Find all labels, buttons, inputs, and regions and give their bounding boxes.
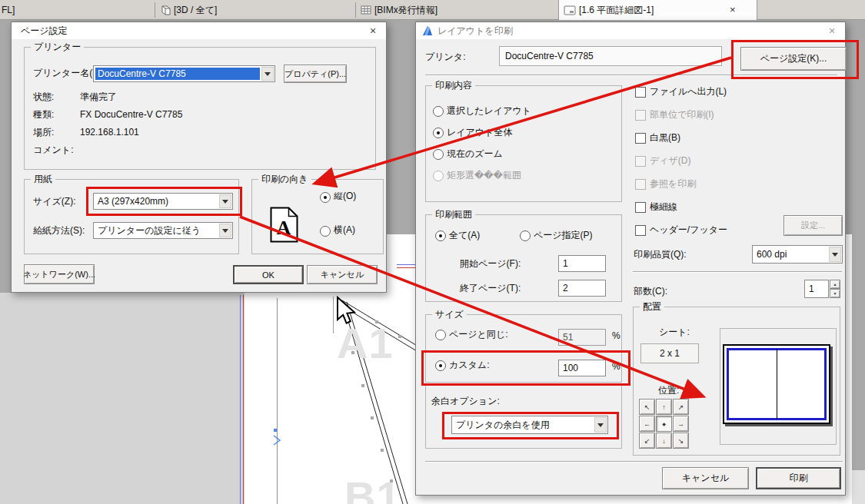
chevron-down-icon[interactable] <box>219 224 231 237</box>
copies-label: 部数(C): <box>634 286 667 297</box>
type-label: 種類: <box>33 109 54 120</box>
position-up-button[interactable]: ↑ <box>656 399 672 415</box>
tab-bar: FL] [3D / 全て] [BIMx発行情報] [1.6 平面詳細図-1] × <box>0 0 865 20</box>
margin-option-label: 余白オプション: <box>431 396 500 406</box>
header-footer-label: ヘッダー/フッター <box>650 224 727 235</box>
svg-text:A: A <box>277 217 291 239</box>
printer-name-select[interactable]: DocuCentre-V C7785 <box>93 65 275 82</box>
size-group-label: サイズ <box>432 309 467 320</box>
copies-field[interactable]: 1 <box>804 280 829 298</box>
tab-bimx-info[interactable]: [BIMx発行情報] <box>374 5 437 16</box>
app-logo-icon <box>422 25 434 39</box>
sheet-count-field: 2 x 1 <box>640 343 699 363</box>
marquee-area-label: 矩形選���範囲 <box>447 170 521 181</box>
arrangement-group-label: 配置 <box>640 301 664 312</box>
range-all-radio[interactable] <box>435 230 446 241</box>
tab-layout-active[interactable]: [1.6 平面詳細図-1] × <box>558 0 757 20</box>
entire-layout-label: レイアウト全体 <box>447 127 512 138</box>
paper-orientation-icon: A <box>270 207 298 245</box>
paper-source-select[interactable]: プリンターの設定に従う <box>93 222 233 239</box>
start-page-label: 開始ページ(F): <box>460 258 521 269</box>
spin-up-icon[interactable]: ▲ <box>830 280 840 289</box>
header-footer-checkbox[interactable] <box>635 225 646 236</box>
tab-separator <box>355 2 356 18</box>
position-down-button[interactable]: ↓ <box>656 433 672 449</box>
paper-size-label: サイズ(Z): <box>33 196 76 207</box>
cancel-button[interactable]: キャンセル <box>662 467 749 489</box>
position-down-left-button[interactable]: ↙ <box>639 433 655 449</box>
entire-layout-radio[interactable] <box>433 128 444 138</box>
fit-percent-unit: % <box>612 330 620 341</box>
print-quality-select[interactable]: 600 dpi <box>752 245 843 264</box>
position-center-button[interactable]: ◆ <box>656 416 672 432</box>
current-zoom-radio[interactable] <box>433 149 444 160</box>
print-to-file-checkbox[interactable] <box>635 87 646 98</box>
collate-checkbox <box>635 110 646 121</box>
position-up-left-button[interactable]: ↖ <box>639 399 655 415</box>
workspace-corner <box>852 470 865 504</box>
hairline-label: 極細線 <box>650 201 677 212</box>
drawing-watermark-a1: A1 <box>337 324 394 363</box>
settings-button: 設定... <box>783 215 843 236</box>
print-content-group-label: 印刷内容 <box>432 80 475 91</box>
orientation-group-label: 印刷の向き <box>258 174 311 184</box>
tab-3d-all[interactable]: [3D / 全て] <box>174 5 217 16</box>
fit-to-page-label: ページと同じ: <box>449 329 507 340</box>
print-quality-value: 600 dpi <box>754 247 827 261</box>
close-icon[interactable]: × <box>366 24 380 38</box>
fit-to-page-radio[interactable] <box>435 330 446 340</box>
start-page-field[interactable]: 1 <box>558 255 606 272</box>
end-page-field[interactable]: 2 <box>558 280 606 297</box>
chevron-down-icon[interactable] <box>261 67 274 81</box>
print-to-file-label: ファイルへ出力(L) <box>650 86 727 97</box>
tab-floorplan[interactable]: FL] <box>2 5 15 16</box>
printer-value: DocuCentre-V C7785 <box>505 51 594 61</box>
print-content-group: 印刷内容 <box>425 85 622 202</box>
position-down-right-button[interactable]: ↘ <box>673 433 689 449</box>
fit-percent-field: 51 <box>558 329 606 346</box>
range-all-label: 全て(A) <box>449 230 480 240</box>
range-pages-radio[interactable] <box>520 230 531 241</box>
position-right-button[interactable]: → <box>673 416 689 432</box>
range-pages-label: ページ指定(P) <box>534 230 593 240</box>
network-button[interactable]: ネットワーク(W)... <box>24 264 95 284</box>
tab-layout-label: [1.6 平面詳細図-1] <box>579 5 654 16</box>
page-setup-titlebar[interactable]: ページ設定 × <box>12 22 386 39</box>
printer-value-field: DocuCentre-V C7785 <box>499 46 722 66</box>
position-up-right-button[interactable]: ↗ <box>673 399 689 415</box>
landscape-radio[interactable] <box>320 226 331 237</box>
print-quality-label: 印刷品質(Q): <box>634 249 687 260</box>
portrait-label: 縦(O) <box>334 191 356 201</box>
paper-source-value: プリンターの設定に従う <box>95 224 218 237</box>
print-dialog-title: レイアウトを印刷 <box>437 25 513 37</box>
annotation-box-margin-option <box>442 412 619 439</box>
portrait-radio[interactable] <box>320 192 331 203</box>
properties-button[interactable]: プロパティ(P)... <box>284 65 347 83</box>
tab-close-icon[interactable]: × <box>730 4 736 15</box>
collate-label: 部単位で印刷(I) <box>650 109 714 120</box>
annotation-box-paper-size <box>86 187 242 216</box>
position-label: 位置: <box>658 385 679 396</box>
print-dialog-titlebar[interactable]: レイアウトを印刷 × <box>416 22 845 39</box>
position-left-button[interactable]: ← <box>639 416 655 432</box>
hairline-checkbox[interactable] <box>635 202 646 213</box>
ok-button[interactable]: OK <box>233 265 304 284</box>
annotation-box-custom-size <box>421 350 630 386</box>
layout-icon <box>564 5 576 18</box>
chevron-down-icon[interactable] <box>829 247 841 262</box>
cancel-button[interactable]: キャンセル <box>307 265 378 284</box>
black-white-checkbox[interactable] <box>635 133 646 144</box>
sheet-preview-divider <box>777 349 777 419</box>
app-window: FL] [3D / 全て] [BIMx発行情報] [1.6 平面詳細図-1] ×… <box>0 0 865 504</box>
status-value: 準備完了 <box>80 91 117 102</box>
paper-source-label: 給紙方法(S): <box>33 225 85 236</box>
spin-down-icon[interactable]: ▼ <box>830 289 840 298</box>
cube-3d-icon <box>159 5 171 18</box>
selected-layout-radio[interactable] <box>433 106 444 117</box>
print-button[interactable]: 印刷 <box>756 467 841 489</box>
printer-name-value: DocuCentre-V C7785 <box>95 68 260 80</box>
location-label: 場所: <box>33 127 54 138</box>
close-icon[interactable]: × <box>825 24 839 38</box>
print-range-group-label: 印刷範囲 <box>432 209 475 220</box>
current-zoom-label: 現在のズーム <box>447 148 503 159</box>
